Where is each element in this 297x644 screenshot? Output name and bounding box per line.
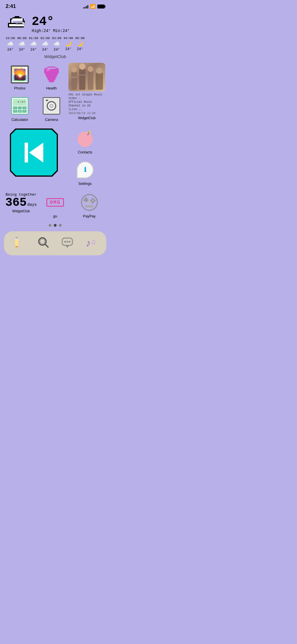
svg-point-45: [79, 63, 85, 70]
app-photos[interactable]: Photos: [4, 62, 36, 93]
messages-icon: [61, 236, 74, 251]
svg-marker-23: [18, 74, 25, 81]
hour-cloud-icon-1: ☁️: [18, 40, 25, 47]
prev-track-icon: [25, 143, 43, 162]
hour-cloud-icon-2: ☁️: [30, 40, 37, 47]
pencil-icon: [13, 236, 25, 251]
camera-lens: [47, 101, 56, 111]
dock-item-music[interactable]: ♪ ♫: [85, 236, 98, 251]
photos-label: Photos: [14, 86, 25, 90]
contacts-settings-col: ✨ Contacts ℹ Settings: [64, 126, 106, 189]
dock-item-messages[interactable]: [61, 236, 74, 251]
svg-rect-54: [84, 199, 88, 201]
weather-high-low: High:24° Min:24°: [32, 29, 70, 33]
svg-rect-38: [50, 82, 53, 82]
svg-rect-65: [16, 237, 18, 239]
page-dot-0[interactable]: [49, 224, 51, 227]
music-player-widget[interactable]: [10, 129, 58, 177]
svg-rect-32: [44, 69, 59, 71]
status-icons: 📶: [83, 4, 105, 9]
countdown-days: days: [27, 202, 37, 207]
weather-hour-2: 01:00 ☁️ 24°: [29, 37, 38, 52]
page-dot-2[interactable]: [59, 224, 62, 227]
dock: ♪ ♫: [4, 231, 106, 255]
paypay-pixel-icon: [81, 194, 98, 211]
weather-hour-6: 05:00 🌙 24°: [75, 37, 85, 52]
camera-lens-inner: [50, 104, 53, 108]
svg-rect-16: [18, 21, 22, 22]
settings-bubble-icon: ℹ: [77, 161, 94, 178]
app-gu[interactable]: OMG gu: [38, 190, 72, 221]
mv-info: #01 1st Single Music Video - Official Mu…: [68, 92, 105, 115]
svg-rect-24: [13, 67, 18, 74]
svg-rect-10: [11, 22, 12, 23]
wifi-icon: 📶: [90, 4, 96, 9]
paypay-label: PayPay: [83, 214, 96, 218]
calculator-label: Calculator: [12, 117, 28, 122]
hour-moon-icon-5: 🌙: [65, 40, 72, 47]
svg-rect-33: [44, 71, 59, 73]
dock-item-search[interactable]: [37, 236, 49, 251]
svg-point-71: [66, 241, 68, 243]
svg-rect-50: [71, 77, 77, 78]
svg-point-47: [88, 66, 93, 72]
svg-rect-21: [13, 75, 27, 81]
contacts-icon: ✨: [75, 129, 95, 148]
app-settings[interactable]: ℹ Settings: [74, 157, 97, 189]
page-indicator: [0, 224, 110, 227]
countdown-widget[interactable]: Being together 365 days WidgetClub: [4, 190, 38, 221]
svg-rect-30: [52, 67, 55, 68]
svg-rect-12: [11, 20, 12, 22]
weather-hourly: 23:00 ☁️ 24° 00:00 ☁️ 24° 01:00 ☁️ 24° 0…: [6, 37, 105, 52]
app-health[interactable]: Health: [36, 62, 67, 93]
health-icon: [42, 65, 61, 84]
weather-cloud-icon: [6, 14, 28, 34]
mv-widget[interactable]: #01 1st Single Music Video - Official Mu…: [67, 62, 106, 125]
svg-point-56: [93, 200, 96, 202]
music-player-row: ✨ Contacts ℹ Settings: [0, 126, 110, 189]
svg-rect-39: [46, 69, 50, 70]
app-paypay[interactable]: PayPay: [72, 190, 106, 221]
widget-club-section-label: WidgetClub: [0, 54, 110, 59]
contacts-label: Contacts: [78, 150, 92, 154]
svg-rect-19: [12, 66, 28, 83]
svg-rect-4: [15, 16, 19, 18]
hour-moon-icon-6: 🌙: [77, 40, 83, 47]
photos-pixel-icon: [11, 65, 29, 84]
bottom-app-row: Being together 365 days WidgetClub OMG g…: [0, 190, 110, 221]
weather-temp-block: 24° High:24° Min:24°: [32, 14, 70, 33]
weather-widget[interactable]: 24° High:24° Min:24° 23:00 ☁️ 24° 00:00 …: [6, 14, 105, 52]
app-calculator[interactable]: +-×÷ + - × 7 8 ÷ Calculator: [4, 93, 36, 125]
svg-rect-37: [49, 80, 54, 82]
mv-subtitle: Official Music Channel in US (Live...: [68, 100, 105, 111]
camera-pixel-icon: [43, 97, 60, 115]
app-camera[interactable]: Camera: [36, 93, 67, 125]
svg-rect-31: [55, 68, 58, 69]
svg-rect-26: [12, 66, 28, 83]
svg-point-43: [71, 67, 77, 72]
status-bar: 2:41 📶: [0, 0, 110, 10]
settings-label: Settings: [78, 181, 92, 186]
music-note-icon: ♪ ♫: [85, 236, 98, 251]
svg-marker-22: [14, 75, 21, 81]
svg-point-72: [69, 241, 70, 243]
health-label: Health: [46, 86, 57, 90]
svg-marker-73: [66, 245, 68, 247]
mv-date: 2023/09/10 22:06: [68, 112, 105, 115]
weather-hour-0: 23:00 ☁️ 24°: [6, 37, 15, 52]
svg-rect-44: [79, 69, 85, 90]
svg-rect-28: [48, 67, 51, 68]
page-dot-1[interactable]: [54, 224, 57, 227]
svg-rect-20: [12, 66, 28, 83]
camera-flash: [46, 100, 48, 101]
svg-point-25: [19, 68, 23, 72]
svg-rect-40: [46, 70, 49, 72]
weather-hour-1: 00:00 ☁️ 24°: [17, 37, 27, 52]
svg-rect-29: [51, 67, 52, 68]
svg-rect-51: [79, 75, 85, 75]
app-grid: Photos: [0, 62, 110, 125]
app-contacts[interactable]: ✨ Contacts: [74, 126, 97, 157]
dock-item-pencil[interactable]: [13, 236, 25, 251]
svg-point-49: [96, 68, 102, 74]
weather-hour-5: 04:00 🌙 24°: [64, 37, 73, 52]
